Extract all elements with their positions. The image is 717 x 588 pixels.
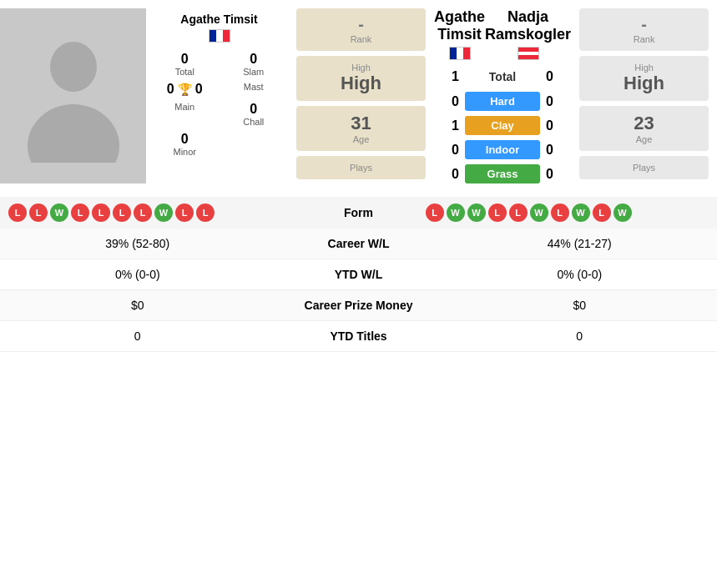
left-rank-label: Rank xyxy=(300,34,422,44)
left-player-name: Agathe Timsit xyxy=(180,13,257,26)
clay-score-right: 0 xyxy=(546,118,571,133)
left-age-value: 31 xyxy=(300,113,422,134)
left-total-cell: 0 Total xyxy=(150,49,220,79)
left-main-value: 0 xyxy=(195,82,203,97)
left-total-value: 0 xyxy=(152,52,218,67)
total-score-left: 1 xyxy=(434,69,459,84)
ytd-titles-label: YTD Titles xyxy=(267,329,451,343)
form-badge-w: W xyxy=(154,204,173,222)
left-mast-cell: 0 🏆 0 xyxy=(150,79,220,99)
form-badge-w: W xyxy=(572,204,590,222)
form-label: Form xyxy=(292,206,426,219)
left-age-label: Age xyxy=(300,134,422,144)
indoor-score-right: 0 xyxy=(546,143,571,158)
left-minor-cell: 0 Minor xyxy=(150,129,220,159)
form-badge-w: W xyxy=(447,204,465,222)
main-container: Agathe Timsit 0 Total 0 Slam 0 xyxy=(0,0,717,352)
match-center: Agathe Timsit Nadja Ramskogler xyxy=(430,8,575,188)
right-player-info: Nadja Ramskogler 0 Total 0 Slam 0 xyxy=(713,8,717,188)
left-ytd-titles: 0 xyxy=(8,329,267,343)
fr-flag xyxy=(209,29,230,43)
total-badge: Total xyxy=(465,67,540,87)
left-heading-flag-fr xyxy=(449,47,471,60)
right-ytd-wl: 0% (0-0) xyxy=(451,268,709,281)
hard-score-right: 0 xyxy=(546,94,571,109)
hard-badge: Hard xyxy=(465,92,540,111)
right-age-label: Age xyxy=(583,134,705,144)
form-badge-l: L xyxy=(488,204,507,222)
ytd-wl-row: 0% (0-0) YTD W/L 0% (0-0) xyxy=(0,259,717,290)
left-form: LLWLLLLWLL xyxy=(8,204,292,222)
right-form: LWWLLWLWLW xyxy=(426,204,709,222)
svg-point-1 xyxy=(28,104,119,163)
clay-score-left: 1 xyxy=(434,118,459,133)
form-section: LLWLLLLWLL Form LWWLLWLWLW xyxy=(0,197,717,229)
right-high-label: High xyxy=(583,63,705,73)
left-total-label: Total xyxy=(152,67,218,77)
right-rank-value: - xyxy=(583,15,705,34)
right-heading-flag-at xyxy=(518,47,539,60)
career-wl-row: 39% (52-80) Career W/L 44% (21-27) xyxy=(0,229,717,259)
form-badge-l: L xyxy=(426,204,444,222)
right-ytd-titles: 0 xyxy=(451,329,709,343)
form-badge-w: W xyxy=(50,204,68,222)
grass-score-right: 0 xyxy=(546,167,571,182)
form-badge-l: L xyxy=(593,204,611,222)
left-rank-card: - Rank xyxy=(296,8,426,51)
form-badge-l: L xyxy=(551,204,569,222)
left-high-card: High High xyxy=(296,56,426,101)
ytd-wl-label: YTD W/L xyxy=(267,268,451,281)
form-badge-w: W xyxy=(613,204,632,222)
right-career-wl: 44% (21-27) xyxy=(451,237,709,250)
left-minor-value: 0 xyxy=(152,132,218,147)
left-high-label: High xyxy=(300,63,422,73)
surface-row-total: 1 Total 0 xyxy=(434,67,571,87)
career-prize-label: Career Prize Money xyxy=(267,299,451,312)
top-section: Agathe Timsit 0 Total 0 Slam 0 xyxy=(0,0,717,197)
left-mast-value: 0 xyxy=(167,82,174,97)
right-high-value: High xyxy=(583,73,705,94)
left-heading-name: Agathe Timsit xyxy=(434,8,485,43)
form-badge-w: W xyxy=(467,204,486,222)
surface-row-hard: 0 Hard 0 xyxy=(434,92,571,111)
surface-row-grass: 0 Grass 0 xyxy=(434,164,571,183)
right-career-prize: $0 xyxy=(451,299,709,312)
left-mast-label-cell: Mast xyxy=(220,79,289,99)
left-player-title: Agathe Timsit xyxy=(434,8,485,60)
hard-score-left: 0 xyxy=(434,94,459,109)
form-badge-l: L xyxy=(71,204,89,222)
form-badge-l: L xyxy=(196,204,215,222)
left-high-value: High xyxy=(300,73,422,94)
career-wl-label: Career W/L xyxy=(267,237,451,250)
left-player-photo xyxy=(0,8,146,183)
right-plays-card: Plays xyxy=(579,156,709,179)
clay-badge: Clay xyxy=(465,116,540,135)
form-badge-l: L xyxy=(134,204,152,222)
left-player-info: Agathe Timsit 0 Total 0 Slam 0 xyxy=(146,8,292,188)
left-main-label: Main xyxy=(152,102,218,112)
left-stats-grid: 0 Total 0 Slam 0 🏆 0 Mast Main xyxy=(150,49,288,159)
svg-point-0 xyxy=(50,42,97,92)
left-career-prize: $0 xyxy=(8,299,267,312)
match-title-row: Agathe Timsit Nadja Ramskogler xyxy=(434,8,571,60)
left-flag xyxy=(209,29,230,43)
left-chall-value: 0 xyxy=(221,102,287,117)
form-badge-l: L xyxy=(175,204,194,222)
left-plays-label: Plays xyxy=(300,163,422,173)
indoor-score-left: 0 xyxy=(434,143,459,158)
left-mast-label: Mast xyxy=(221,82,287,92)
form-badge-l: L xyxy=(509,204,528,222)
left-slam-cell: 0 Slam xyxy=(220,49,289,79)
right-player-title: Nadja Ramskogler xyxy=(485,8,571,60)
surface-rows: 1 Total 0 0 Hard 0 1 Clay 0 0 Indoor xyxy=(434,67,571,188)
right-heading-name: Nadja Ramskogler xyxy=(485,8,571,43)
left-slam-label: Slam xyxy=(221,67,287,77)
total-score-right: 0 xyxy=(546,69,571,84)
left-chall-label: Chall xyxy=(221,117,287,127)
surface-row-indoor: 0 Indoor 0 xyxy=(434,140,571,159)
form-badge-w: W xyxy=(530,204,548,222)
left-rank-value: - xyxy=(300,15,422,34)
career-prize-row: $0 Career Prize Money $0 xyxy=(0,290,717,321)
right-rank-card: - Rank xyxy=(579,8,709,51)
left-trophy-icon: 🏆 xyxy=(178,83,192,96)
